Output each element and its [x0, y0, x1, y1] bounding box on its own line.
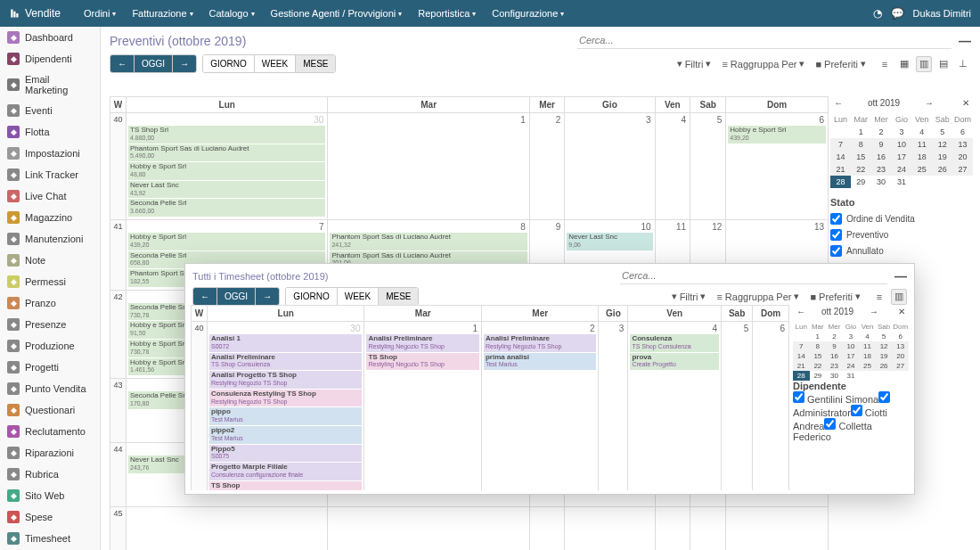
search-input[interactable]: [577, 32, 951, 49]
timesheet-event[interactable]: pippoTest Marius: [209, 407, 362, 425]
mini-day[interactable]: 20: [952, 151, 973, 163]
topnav-menu-reportistica[interactable]: Reportistica ▾: [411, 4, 483, 22]
sidebar-item-sito-web[interactable]: ◆Sito Web: [0, 485, 100, 506]
mini-day[interactable]: 29: [851, 176, 871, 188]
sidebar-item-produzione[interactable]: ◆Produzione: [0, 335, 100, 357]
sidebar-item-flotta[interactable]: ◆Flotta: [0, 121, 100, 143]
mini-day[interactable]: 11: [859, 341, 876, 351]
overlay-calendar-day[interactable]: 4ConsulenzaTS Shop ConsulenzaprovaCreate…: [628, 322, 722, 491]
mini-day[interactable]: 15: [851, 151, 871, 163]
mini-day[interactable]: 31: [843, 371, 860, 381]
sidebar-item-rubrica[interactable]: ◆Rubrica: [0, 464, 100, 485]
mini-day[interactable]: 6: [892, 332, 909, 341]
calendar-day[interactable]: 5: [690, 113, 726, 220]
mini-day[interactable]: [793, 332, 810, 341]
mini-day[interactable]: 24: [892, 163, 912, 176]
activity-icon[interactable]: ◔: [873, 7, 882, 20]
sidebar-item-permessi[interactable]: ◆Permessi: [0, 271, 100, 292]
overlay-mini-close-icon[interactable]: ✕: [894, 305, 909, 318]
calendar-day[interactable]: 2: [529, 113, 564, 220]
mini-day[interactable]: 2: [871, 126, 892, 138]
mini-day[interactable]: 1: [851, 126, 871, 138]
calendar-day[interactable]: 1: [328, 113, 529, 220]
dip-checkbox-gentilini-simona[interactable]: Gentilini Simona: [793, 394, 878, 405]
calendar-day[interactable]: [127, 507, 328, 550]
sidebar-item-timesheet[interactable]: ◆Timesheet: [0, 528, 100, 549]
mini-day[interactable]: 7: [793, 341, 810, 351]
mini-day[interactable]: 29: [810, 371, 827, 381]
view-week[interactable]: WEEK: [255, 55, 296, 72]
mini-day[interactable]: 9: [871, 138, 892, 151]
prev-button[interactable]: ←: [110, 55, 135, 72]
calendar-day[interactable]: [328, 507, 529, 550]
mini-day[interactable]: 12: [876, 341, 893, 351]
calendar-day[interactable]: 6Hobby e Sport Srl439,20: [726, 113, 829, 220]
topnav-menu-configurazione[interactable]: Configurazione ▾: [485, 4, 571, 22]
calendar-view-icon[interactable]: ▥: [916, 56, 932, 72]
next-button[interactable]: →: [173, 55, 196, 72]
mini-day[interactable]: 26: [876, 361, 893, 371]
mini-day[interactable]: 16: [826, 351, 843, 361]
mini-day[interactable]: [952, 176, 973, 188]
mini-day[interactable]: 13: [952, 138, 973, 151]
mini-day[interactable]: [892, 371, 909, 381]
timesheet-event[interactable]: Analisi PreliminareRestyling Negozio TS …: [366, 334, 479, 352]
mini-day[interactable]: 20: [892, 351, 909, 361]
mini-day[interactable]: 16: [871, 151, 892, 163]
mini-day[interactable]: 30: [826, 371, 843, 381]
stato-checkbox-ordine-di-vendita[interactable]: Ordine di Vendita: [830, 213, 973, 225]
calendar-event[interactable]: Hobby e Sport Srl439,20: [128, 233, 325, 250]
timesheet-event[interactable]: Consulenza Restyling TS ShopRestyling Ne…: [209, 390, 362, 407]
timesheet-event[interactable]: Progetto Marple FilialeConsulenza config…: [209, 463, 362, 480]
overlay-mini-prev-icon[interactable]: ←: [793, 305, 809, 318]
mini-day[interactable]: 1: [810, 332, 827, 341]
mini-day[interactable]: 4: [859, 332, 876, 341]
sidebar-item-questionari[interactable]: ◆Questionari: [0, 399, 100, 421]
view-mese[interactable]: MESE: [296, 55, 335, 72]
mini-day[interactable]: 8: [810, 341, 827, 351]
overlay-favorites-dropdown[interactable]: ■ Preferiti ▾: [810, 291, 861, 302]
sidebar-item-impostazioni[interactable]: ◆Impostazioni: [0, 143, 100, 164]
mini-day[interactable]: 4: [911, 126, 932, 138]
sidebar-item-reclutamento[interactable]: ◆Reclutamento: [0, 421, 100, 442]
mini-day[interactable]: 18: [911, 151, 932, 163]
mini-day[interactable]: [932, 176, 952, 188]
mini-day[interactable]: 22: [851, 163, 871, 176]
mini-day[interactable]: [830, 126, 851, 138]
stato-checkbox-preventivo[interactable]: Preventivo: [830, 229, 973, 241]
mini-day[interactable]: 3: [843, 332, 860, 341]
overlay-calendar-day[interactable]: 2Analisi PreliminareRestyling Negozio TS…: [481, 322, 599, 491]
sidebar-item-manutenzioni[interactable]: ◆Manutenzioni: [0, 228, 100, 250]
sidebar-item-link-tracker[interactable]: ◆Link Tracker: [0, 164, 100, 185]
timesheet-event[interactable]: TS ShopRestyling Negozio TS Shop: [209, 481, 362, 490]
mini-day[interactable]: 17: [892, 151, 912, 163]
today-button[interactable]: OGGI: [135, 55, 173, 72]
mini-day[interactable]: [859, 371, 876, 381]
sidebar-item-punto-vendita[interactable]: ◆Punto Vendita: [0, 378, 100, 399]
mini-day[interactable]: 9: [826, 341, 843, 351]
overlay-calendar-day[interactable]: 5: [722, 322, 753, 491]
mini-day[interactable]: 15: [810, 351, 827, 361]
mini-day[interactable]: 23: [871, 163, 892, 176]
calendar-event[interactable]: Phantom Sport Sas di Luciano Audret241,3…: [330, 233, 527, 250]
mini-day[interactable]: 26: [932, 163, 952, 176]
overlay-mini-next-icon[interactable]: →: [866, 305, 882, 318]
mini-day[interactable]: 25: [859, 361, 876, 371]
filters-dropdown[interactable]: ▾ Filtri ▾: [677, 58, 712, 70]
overlay-search-input[interactable]: [620, 267, 887, 284]
calendar-day[interactable]: 3: [565, 113, 655, 220]
mini-day[interactable]: 12: [932, 138, 952, 151]
timesheet-event[interactable]: Pippo5S0075: [209, 445, 362, 463]
list-view-icon[interactable]: ≡: [877, 56, 893, 72]
mini-day[interactable]: 27: [892, 361, 909, 371]
mini-day[interactable]: 27: [952, 163, 973, 176]
timesheet-event[interactable]: Analisi 1S0072: [209, 334, 362, 352]
topnav-menu-catalogo[interactable]: Catalogo ▾: [202, 4, 262, 22]
mini-day[interactable]: 17: [843, 351, 860, 361]
mini-day[interactable]: 5: [932, 126, 952, 138]
sidebar-item-pranzo[interactable]: ◆Pranzo: [0, 292, 100, 314]
view-giorno[interactable]: GIORNO: [286, 288, 338, 305]
minimize-icon[interactable]: —: [959, 34, 971, 48]
overlay-calendar-day[interactable]: 30Analisi 1S0072Analisi PreliminareTS Sh…: [208, 322, 364, 491]
view-week[interactable]: WEEK: [338, 288, 379, 305]
